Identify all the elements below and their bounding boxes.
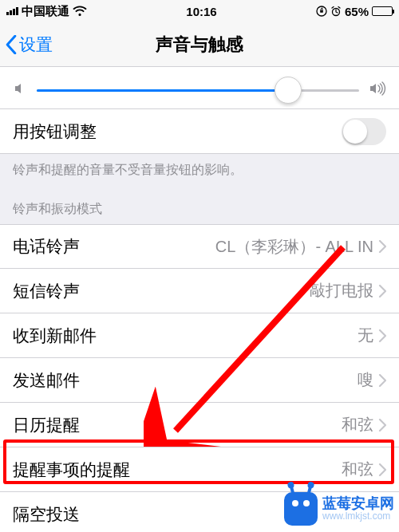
row-label: 隔空投送 — [13, 503, 80, 526]
row-label: 发送邮件 — [13, 369, 80, 392]
button-adjust-note: 铃声和提醒的音量不受音量按钮的影响。 — [0, 154, 399, 190]
row-sent-mail[interactable]: 发送邮件 嗖 — [0, 358, 399, 403]
volume-slider-fill — [37, 89, 288, 92]
toggle-button-adjust[interactable] — [342, 118, 386, 145]
chevron-right-icon — [378, 240, 386, 253]
status-time: 10:16 — [186, 5, 216, 18]
chevron-right-icon — [378, 374, 386, 387]
row-text-tone[interactable]: 短信铃声 敲打电报 — [0, 269, 399, 313]
screen: 中国联通 10:16 65% 设置 声音与触感 — [0, 0, 399, 532]
wifi-icon — [73, 6, 87, 17]
signal-bars-icon — [6, 7, 18, 15]
row-label: 短信铃声 — [13, 280, 80, 302]
chevron-right-icon — [378, 419, 386, 432]
volume-low-icon — [13, 81, 27, 99]
volume-high-icon — [369, 81, 386, 99]
row-label: 提醒事项的提醒 — [13, 459, 130, 481]
page-title: 声音与触感 — [0, 33, 399, 57]
svg-rect-1 — [320, 10, 323, 13]
row-reminder-alert[interactable]: 提醒事项的提醒 和弦 — [0, 447, 399, 492]
row-value: 无 — [358, 325, 386, 346]
row-value: 嗖 — [358, 369, 386, 391]
chevron-right-icon — [378, 285, 386, 298]
chevron-right-icon — [378, 463, 386, 476]
row-calendar-alert[interactable]: 日历提醒 和弦 — [0, 403, 399, 447]
chevron-right-icon — [378, 329, 386, 342]
row-ringtone[interactable]: 电话铃声 CL（李彩琳）- ALL IN — [0, 224, 399, 269]
row-label: 收到新邮件 — [13, 325, 97, 347]
volume-slider-thumb[interactable] — [275, 77, 302, 104]
chevron-left-icon — [5, 35, 18, 54]
row-airdrop[interactable]: 隔空投送 — [0, 492, 399, 532]
row-label: 日历提醒 — [13, 414, 80, 436]
row-value: 和弦 — [342, 414, 386, 435]
row-label: 电话铃声 — [13, 235, 80, 258]
volume-slider-row — [0, 67, 399, 109]
status-bar: 中国联通 10:16 65% — [0, 0, 399, 22]
alarm-icon — [330, 6, 342, 17]
row-value: 和弦 — [342, 459, 386, 480]
row-value: 敲打电报 — [310, 280, 386, 301]
row-value: CL（李彩琳）- ALL IN — [215, 236, 386, 258]
row-label: 用按钮调整 — [13, 120, 97, 143]
row-button-adjust[interactable]: 用按钮调整 — [0, 109, 399, 154]
row-new-mail[interactable]: 收到新邮件 无 — [0, 313, 399, 358]
battery-pct-label: 65% — [345, 5, 369, 18]
volume-slider[interactable] — [37, 89, 359, 92]
rotation-lock-icon — [316, 6, 327, 17]
status-right: 65% — [316, 5, 393, 18]
back-label: 设置 — [19, 33, 53, 56]
back-button[interactable]: 设置 — [0, 33, 53, 56]
status-left: 中国联通 — [6, 4, 87, 19]
nav-bar: 设置 声音与触感 — [0, 22, 399, 67]
toggle-knob — [343, 120, 367, 144]
battery-icon — [372, 6, 393, 16]
carrier-label: 中国联通 — [22, 4, 69, 19]
group-header-ring-vibrate: 铃声和振动模式 — [0, 190, 399, 224]
